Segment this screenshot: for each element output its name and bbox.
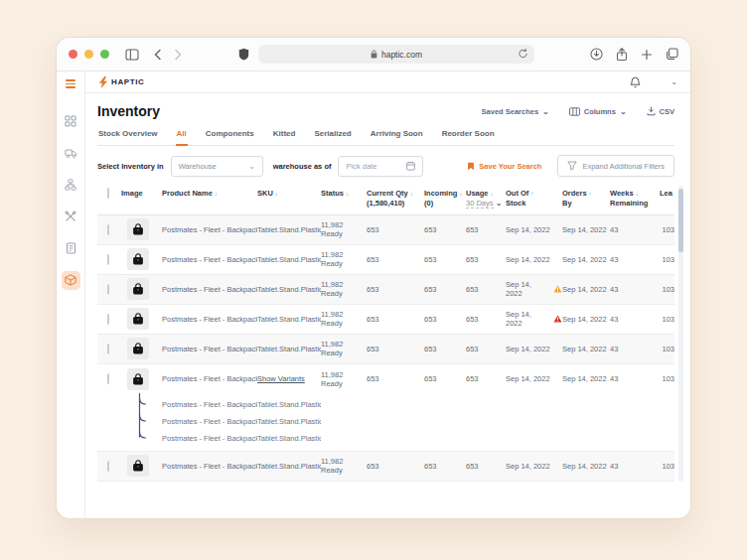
sort-down-icon[interactable]: ↓ [636, 191, 639, 197]
column-header-product-name[interactable]: Product Name↓ [162, 189, 257, 199]
cell-lead: 103 [660, 285, 674, 294]
column-sublabel: Stock [506, 199, 562, 209]
privacy-shield-icon[interactable] [238, 48, 249, 61]
table-row: Postmates - Fleet - Backpack...Tablet.St… [97, 215, 674, 245]
cell-weeks-remaining: 43 [610, 255, 660, 264]
backpack-icon [131, 312, 145, 326]
cell-sku: Tablet.Stand.Plastic [257, 225, 321, 234]
zoom-window-button[interactable] [100, 50, 109, 59]
column-header-orders[interactable]: Orders↑By [562, 189, 610, 209]
cell-status: 11,982 Ready [321, 310, 367, 328]
brand-name: HAPTIC [111, 77, 144, 86]
tab-components[interactable]: Components [205, 129, 255, 145]
column-header-weeks[interactable]: Weeks↓Remaining [610, 189, 660, 209]
warning-red-icon [553, 315, 562, 323]
reload-icon[interactable] [518, 48, 528, 60]
cell-sku: Tablet.Stand.Plastic [257, 285, 321, 294]
traffic-lights [69, 50, 109, 59]
minimize-window-button[interactable] [84, 50, 93, 59]
close-window-button[interactable] [69, 50, 77, 59]
columns-button[interactable]: Columns ⌄ [569, 107, 627, 116]
table-row: Postmates - Fleet - Backpack...Tablet.St… [97, 305, 674, 335]
cell-incoming: 653 [424, 225, 466, 234]
downloads-icon[interactable] [590, 48, 603, 61]
warehouse-select[interactable]: Warehouse ⌄ [171, 156, 263, 177]
documents-icon [66, 242, 76, 254]
column-header-lea[interactable]: Lea [660, 189, 674, 199]
address-bar[interactable]: haptic.com [258, 45, 534, 64]
row-checkbox[interactable] [107, 254, 109, 265]
tab-stock-overview[interactable]: Stock Overview [97, 129, 159, 145]
back-icon[interactable] [153, 49, 162, 61]
sort-down-icon[interactable]: ↓ [346, 191, 349, 197]
cell-status: 11,982 Ready [321, 370, 367, 388]
sort-down-icon[interactable]: ↓ [275, 191, 278, 197]
sort-down-icon[interactable]: ↓ [410, 191, 413, 197]
cell-out-of-stock: Sep 14, 2022 [506, 462, 562, 471]
menu-icon[interactable] [66, 79, 75, 88]
column-header-incoming[interactable]: Incoming↓(0) [424, 189, 466, 209]
variant-tree-connector [135, 393, 149, 447]
cell-sku: Tablet.Stand.Plastic [257, 315, 321, 324]
tab-overview-icon[interactable] [666, 48, 678, 61]
sort-down-icon[interactable]: ↓ [491, 191, 494, 197]
row-checkbox[interactable] [107, 344, 109, 354]
sort-down-icon[interactable]: ↓ [459, 191, 462, 197]
cell-sku: Tablet.Stand.Plastic [257, 462, 321, 471]
browser-sidebar-toggle-icon[interactable] [125, 49, 139, 61]
column-header-sku[interactable]: SKU↓ [257, 189, 321, 199]
sidebar-item-hierarchy[interactable] [62, 176, 80, 195]
filter-bar: Select Inventory in Warehouse ⌄ warehous… [97, 155, 674, 177]
haptic-logo[interactable]: HAPTIC [98, 76, 144, 88]
notifications-bell-icon[interactable] [630, 76, 641, 88]
tab-serialized[interactable]: Serialized [313, 129, 352, 145]
select-inventory-label: Select Inventory in [97, 162, 164, 171]
column-header-usage[interactable]: Usage↓30 Days ⌄ [466, 189, 506, 210]
expand-additional-filters-button[interactable]: Expand Additional Filters [557, 155, 674, 177]
product-image [127, 248, 149, 270]
tab-arriving-soon[interactable]: Arriving Soon [370, 129, 424, 145]
sort-down-icon[interactable]: ↓ [215, 191, 218, 197]
sidebar-item-dashboard[interactable] [62, 112, 80, 131]
sort-up-icon[interactable]: ↑ [530, 191, 533, 197]
cell-status: 11,982 Ready [321, 280, 367, 298]
tab-reorder-soon[interactable]: Reorder Soon [441, 129, 496, 145]
cell-orders-by: Sep 14, 2022 [562, 462, 610, 471]
sort-up-icon[interactable]: ↑ [589, 191, 592, 197]
column-header-current-qty[interactable]: Current Qty↓(1,580,410) [367, 189, 424, 209]
account-chevron-down-icon[interactable]: ⌄ [671, 77, 677, 86]
sidebar-item-inventory[interactable] [62, 271, 80, 290]
cell-orders-by: Sep 14, 2022 [562, 315, 610, 324]
export-csv-button[interactable]: CSV [647, 106, 674, 116]
new-tab-icon[interactable] [641, 49, 653, 61]
sidebar-item-documents[interactable] [62, 239, 80, 258]
row-checkbox[interactable] [107, 461, 109, 472]
show-variants-link[interactable]: Show Variants [257, 374, 305, 383]
row-checkbox[interactable] [107, 224, 109, 235]
image-cell [121, 218, 162, 240]
row-checkbox[interactable] [107, 373, 109, 384]
backpack-icon [131, 372, 145, 386]
share-icon[interactable] [616, 48, 628, 62]
sidebar-item-tools[interactable] [62, 208, 80, 226]
table-header-row: ImageProduct Name↓SKU↓Status↓Current Qty… [97, 186, 674, 215]
scrollbar-thumb[interactable] [678, 189, 683, 252]
app-header: HAPTIC ⌄ [85, 71, 690, 93]
row-checkbox[interactable] [107, 284, 109, 295]
row-checkbox[interactable] [107, 314, 109, 325]
select-all-checkbox[interactable] [107, 188, 109, 199]
tab-kitted[interactable]: Kitted [272, 129, 297, 145]
sidebar-item-shipping[interactable] [62, 144, 80, 163]
pick-date-input[interactable]: Pick date [338, 156, 423, 177]
saved-searches-button[interactable]: Saved Searches ⌄ [482, 107, 549, 116]
tab-all[interactable]: All [176, 129, 188, 146]
checkbox-cell [97, 374, 121, 383]
forward-icon[interactable] [174, 49, 183, 61]
column-header-image[interactable]: Image [121, 189, 162, 199]
product-image [127, 218, 149, 240]
column-header-out-of[interactable]: Out Of↑Stock [506, 189, 562, 209]
save-your-search-button[interactable]: Save Your Search [467, 162, 541, 171]
checkbox-cell [97, 315, 121, 324]
usage-period-dropdown[interactable]: 30 Days [466, 199, 494, 209]
column-header-status[interactable]: Status↓ [321, 189, 367, 199]
